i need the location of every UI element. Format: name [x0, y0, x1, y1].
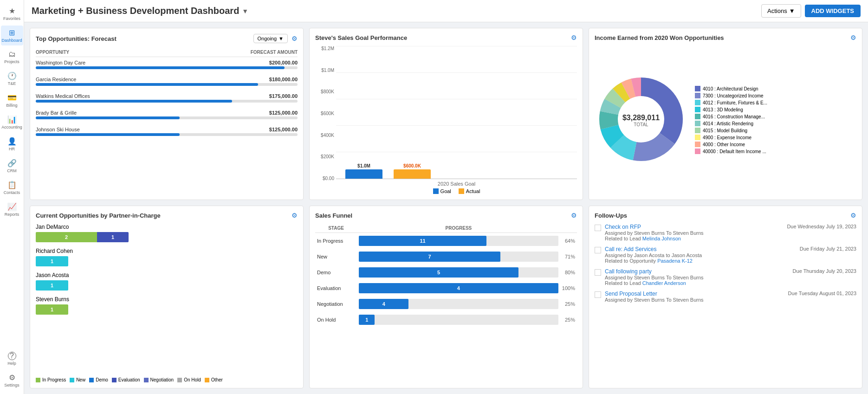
pic-name: Jan DeMarco: [36, 224, 298, 230]
list-item: Call re: Add Services Due Friday July 21…: [595, 246, 856, 264]
donut-legend-item: 4000 : Other Income: [695, 142, 767, 147]
legend-label: 4012 : Furniture, Fixtures & E...: [703, 100, 767, 105]
funnel-bar-bg: 5: [359, 267, 558, 278]
opp-name: Garcia Residence: [36, 74, 176, 83]
actions-label: Actions: [767, 7, 787, 14]
sidebar-item-accounting[interactable]: 📊 Accounting: [1, 112, 23, 132]
sidebar-item-projects[interactable]: 🗂 Projects: [1, 47, 23, 67]
pic-legend-color: [112, 378, 117, 382]
list-item: Check on RFP Due Wednesday July 19, 2023…: [595, 224, 856, 241]
legend-goal: Goal: [433, 188, 451, 194]
bar-container: [36, 83, 298, 86]
actual-bar-group: $600.0K: [394, 163, 431, 179]
donut-legend-item: 4013 : 3D Modeling: [695, 107, 767, 112]
followup-date: Due Tuesday August 01, 2023: [788, 291, 856, 297]
opp-amount: $125,000.00: [176, 107, 298, 116]
star-icon: ★: [9, 6, 15, 15]
legend-label: 4000 : Other Income: [703, 142, 745, 147]
followup-checkbox[interactable]: [595, 225, 601, 231]
sliders-icon[interactable]: ⚙: [571, 212, 577, 219]
widget-controls: Ongoing ▼ ⚙: [253, 34, 298, 43]
followup-content: Call re: Add Services Due Friday July 21…: [605, 246, 856, 264]
dashboard-grid: Top Opportunities: Forecast Ongoing ▼ ⚙ …: [24, 22, 868, 394]
goal-legend-color: [433, 188, 439, 194]
funnel-pct: 25%: [560, 312, 577, 328]
funnel-pct: 25%: [560, 296, 577, 312]
widget-header: Follow-Ups ⚙: [595, 212, 856, 219]
followup-title[interactable]: Call re: Add Services: [605, 246, 656, 252]
followup-title[interactable]: Send Proposal Letter: [605, 291, 657, 297]
widget-title: Current Opportunities by Partner-in-Char…: [36, 212, 161, 219]
pic-bar-new: 1: [36, 280, 68, 291]
sliders-icon[interactable]: ⚙: [291, 35, 298, 42]
sidebar-item-contacts[interactable]: 📋 Contacts: [1, 178, 23, 198]
sidebar-item-label: Settings: [4, 383, 19, 388]
table-row[interactable]: Johnson Ski House $125,000.00: [36, 124, 298, 133]
sidebar-item-favorites[interactable]: ★ Favorites: [1, 4, 23, 24]
sidebar-item-crm[interactable]: 🔗 CRM: [1, 156, 23, 176]
sidebar-item-label: Dashboard: [1, 38, 22, 43]
bar-row: [36, 83, 298, 90]
header-actions: Actions ▼ ADD WIDGETS: [761, 4, 861, 18]
legend-color: [695, 142, 700, 147]
followup-checkbox[interactable]: [595, 247, 601, 253]
bar-container: [36, 66, 298, 69]
followup-related: Related to Opportunity Pasadena K-12: [605, 258, 856, 264]
legend-label: 4015 : Model Building: [703, 128, 747, 133]
funnel-row: Demo 5 80%: [315, 265, 577, 280]
sidebar-item-hr[interactable]: 👤 HR: [1, 134, 23, 154]
table-row[interactable]: Washington Day Care $200,000.00: [36, 57, 298, 67]
widget-title: Follow-Ups: [595, 212, 627, 219]
legend-color: [695, 149, 700, 154]
sliders-icon[interactable]: ⚙: [291, 212, 298, 219]
table-row[interactable]: Watkins Medical Offices $175,000.00: [36, 90, 298, 100]
opp-name: Washington Day Care: [36, 57, 176, 67]
sliders-icon[interactable]: ⚙: [850, 212, 856, 219]
followup-title[interactable]: Call following party: [605, 268, 652, 275]
sidebar-item-reports[interactable]: 📈 Reports: [1, 200, 23, 220]
followup-checkbox[interactable]: [595, 291, 601, 298]
pic-legend-item: New: [70, 377, 85, 382]
sidebar-item-te[interactable]: 🕐 T&E: [1, 69, 23, 89]
followup-checkbox[interactable]: [595, 269, 601, 276]
te-icon: 🕐: [7, 71, 17, 80]
pic-bars: 2 1: [36, 232, 129, 242]
projects-icon: 🗂: [8, 50, 16, 58]
widget-header: Current Opportunities by Partner-in-Char…: [36, 212, 298, 219]
followup-link[interactable]: Chandler Anderson: [642, 280, 686, 286]
followup-link[interactable]: Melinda Johnson: [642, 236, 681, 241]
donut-legend: 4010 : Architectural Design 7300 : Uncat…: [695, 86, 767, 154]
followup-assigned: Assigned by Jason Acosta to Jason Acosta: [605, 252, 856, 258]
col-pct: [560, 224, 577, 233]
sidebar-item-settings[interactable]: ⚙ Settings: [1, 370, 23, 390]
funnel-bar-cell: 5: [357, 265, 560, 280]
legend-color: [695, 128, 700, 133]
opp-amount: $125,000.00: [176, 124, 298, 133]
legend-color: [695, 107, 700, 112]
funnel-stage: Evaluation: [315, 280, 357, 296]
sliders-icon[interactable]: ⚙: [850, 34, 856, 41]
pic-name: Steven Burns: [36, 296, 298, 303]
followup-title[interactable]: Check on RFP: [605, 224, 641, 230]
filter-dropdown[interactable]: Ongoing ▼: [253, 34, 288, 43]
add-widgets-button[interactable]: ADD WIDGETS: [805, 5, 861, 17]
followup-link[interactable]: Pasadena K-12: [657, 258, 693, 264]
widget-income-earned: Income Earned from 2020 Won Opportunitie…: [589, 28, 862, 200]
legend-label: 4013 : 3D Modeling: [703, 107, 743, 112]
chevron-down-icon[interactable]: ▼: [242, 7, 248, 15]
pic-legend-item: Demo: [89, 377, 108, 382]
funnel-bar-bg: 11: [359, 236, 558, 246]
table-row[interactable]: Garcia Residence $180,000.00: [36, 74, 298, 83]
sidebar-item-help[interactable]: ? Help: [1, 349, 23, 368]
sidebar-item-billing[interactable]: 💳 Billing: [1, 90, 23, 110]
sidebar-item-dashboard[interactable]: ⊞ Dashboard: [1, 26, 23, 45]
table-row[interactable]: Brady Bar & Grille $125,000.00: [36, 107, 298, 116]
sliders-icon[interactable]: ⚙: [571, 34, 577, 41]
funnel-stage: Demo: [315, 265, 357, 280]
pic-legend-color: [205, 378, 209, 382]
pic-section: Jan DeMarco 2 1 Richard Cohen 1 Jason Ac…: [36, 224, 298, 374]
funnel-bar-fill: 1: [359, 315, 375, 325]
bar-fill: [36, 100, 232, 103]
followup-assigned: Assigned by Steven Burns To Steven Burns: [605, 275, 856, 280]
actions-button[interactable]: Actions ▼: [761, 4, 801, 18]
